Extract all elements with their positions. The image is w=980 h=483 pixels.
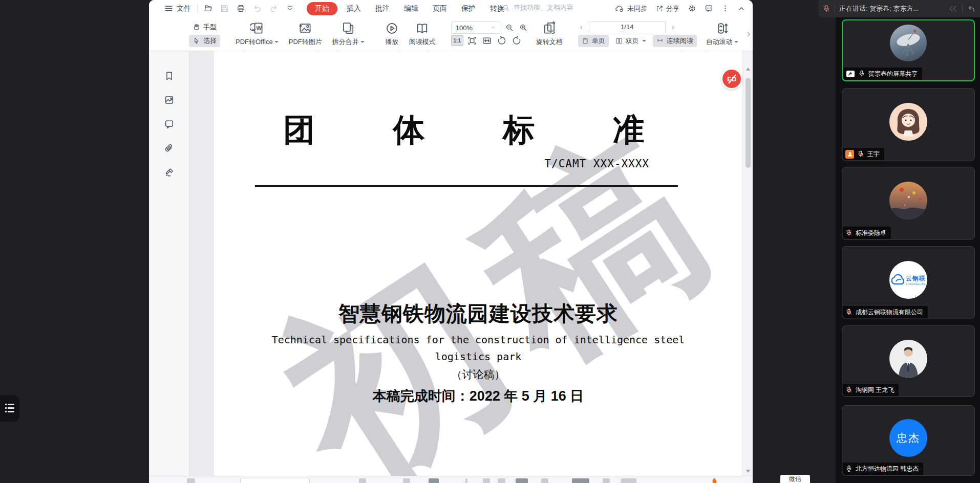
pdf-page[interactable]: 初稿 团 体 标 准 T/CAMT XXX-XXXX 智慧钢铁物流园建设技术要求… — [214, 51, 742, 476]
save-icon[interactable] — [220, 4, 229, 13]
participant-tile[interactable]: 王宇 — [842, 88, 975, 161]
host-icon — [845, 150, 854, 159]
participant-tile[interactable]: 忠杰 北方恒达物流园 韩忠杰 — [842, 405, 975, 476]
document-subtitle-en-1: Technical specifications for the constru… — [214, 334, 742, 346]
attachments-icon[interactable] — [164, 143, 175, 153]
previous-page-button[interactable]: ‹ — [578, 23, 585, 31]
settings-gear-icon[interactable] — [688, 4, 696, 13]
redo-icon[interactable] — [269, 4, 278, 13]
tab-page[interactable]: 页面 — [428, 2, 452, 15]
avatar-initials-text: 忠杰 — [897, 431, 920, 445]
scroll-up-arrow[interactable] — [746, 68, 750, 71]
play-label: 播放 — [385, 37, 398, 47]
file-menu-button[interactable]: 文件 — [164, 4, 191, 13]
open-folder-icon[interactable] — [204, 4, 212, 13]
hand-tool-button[interactable]: 手型 — [189, 21, 220, 33]
mic-muted-icon — [845, 386, 853, 393]
actual-size-button[interactable]: 1:1 — [451, 35, 463, 46]
search-input[interactable]: 查找功能、文档内容 — [502, 3, 597, 12]
zoom-out-icon[interactable] — [505, 24, 514, 32]
double-page-view-button[interactable]: 双页 — [612, 35, 650, 47]
participant-name: 贺宗春的屏幕共享 — [868, 70, 918, 78]
split-merge-button[interactable]: 拆分合并 — [327, 21, 370, 47]
reply-arrow-icon[interactable] — [967, 5, 976, 13]
comments-panel-icon[interactable] — [164, 119, 175, 129]
vertical-scrollbar[interactable] — [743, 51, 753, 476]
status-icon[interactable] — [541, 478, 548, 483]
auto-scroll-icon — [715, 21, 729, 35]
participant-tile[interactable]: 贺宗春的屏幕共享 — [842, 19, 975, 81]
document-header-title: 团 体 标 准 — [283, 108, 645, 151]
svg-text:W: W — [256, 25, 262, 31]
avatar — [890, 25, 927, 61]
status-icon[interactable] — [187, 478, 195, 483]
split-merge-icon — [341, 21, 355, 35]
floating-badge-icon[interactable]: ED — [721, 68, 742, 90]
status-search-input[interactable] — [240, 478, 310, 483]
tab-home[interactable]: 开始 — [307, 2, 337, 15]
play-button[interactable]: 播放 — [380, 21, 404, 47]
divider — [835, 5, 835, 13]
undo-icon[interactable] — [253, 4, 262, 13]
signature-icon[interactable] — [164, 167, 175, 178]
split-merge-label: 拆分合并 — [332, 37, 359, 47]
rotate-left-icon[interactable] — [496, 35, 508, 46]
fit-width-icon[interactable] — [481, 35, 493, 46]
draft-note: （讨论稿） — [214, 367, 742, 382]
share-button[interactable]: 分享 — [655, 4, 679, 13]
sync-status-button[interactable]: 未同步 — [615, 4, 647, 13]
scrollbar-thumb[interactable] — [745, 78, 751, 168]
next-page-button[interactable]: › — [670, 23, 676, 31]
read-mode-button[interactable]: 阅读模式 — [404, 21, 441, 47]
status-icon[interactable] — [429, 478, 439, 483]
pdf-to-office-button[interactable]: W PDF转Office — [230, 21, 284, 47]
customize-toolbar-chevron-icon[interactable] — [286, 4, 294, 13]
page-number-input[interactable]: 1/14 — [589, 21, 666, 33]
status-icon[interactable] — [498, 478, 505, 483]
tab-protect[interactable]: 保护 — [456, 2, 481, 15]
zoom-in-icon[interactable] — [519, 24, 528, 32]
auto-scroll-button[interactable]: 自动滚动 — [701, 21, 743, 47]
single-page-view-button[interactable]: 单页 — [578, 35, 609, 47]
status-icon[interactable] — [572, 478, 589, 483]
rotate-right-icon[interactable] — [510, 35, 523, 46]
status-icon[interactable] — [603, 478, 610, 483]
participant-name: 王宇 — [867, 150, 880, 159]
status-icon[interactable] — [359, 478, 366, 483]
divider — [197, 4, 198, 13]
pdf-to-image-button[interactable]: PDF转图片 — [284, 21, 327, 47]
man-portrait-avatar-image — [889, 340, 927, 378]
participant-tile[interactable]: 标准委陈卓 — [842, 167, 975, 240]
select-tool-button[interactable]: 选择 — [189, 35, 220, 47]
status-icon[interactable] — [483, 478, 490, 483]
rotate-document-button[interactable]: 旋转文档 — [531, 21, 568, 47]
participant-tile[interactable]: 淘钢网 王龙飞 — [842, 325, 975, 397]
print-icon[interactable] — [237, 4, 245, 13]
status-icon[interactable] — [516, 478, 528, 483]
thumbnail-list-toggle-button[interactable] — [0, 395, 19, 422]
zoom-level-select[interactable]: 100% — [451, 21, 500, 34]
tab-insert[interactable]: 插入 — [342, 2, 366, 15]
feedback-chat-icon[interactable] — [705, 4, 713, 13]
status-icon[interactable] — [465, 478, 467, 483]
wechat-taskbar-item[interactable]: 微信 — [780, 475, 810, 483]
ribbon-overflow-chevron-icon[interactable] — [745, 31, 752, 37]
fit-page-icon[interactable] — [466, 35, 478, 46]
scroll-down-arrow[interactable] — [746, 470, 750, 473]
double-chevron-left-icon[interactable] — [948, 5, 958, 13]
images-panel-icon[interactable] — [164, 95, 175, 105]
auto-scroll-label: 自动滚动 — [706, 37, 733, 47]
bookmarks-icon[interactable] — [164, 71, 175, 81]
participant-tile[interactable]: 云钢联 YUNGANGLIAN 成都云钢联物流有限公司 — [842, 246, 975, 319]
wps-pdf-window: 文件 开始 插入 批注 编辑 页面 保护 转换 查找功能、文档内容 — [149, 0, 753, 483]
status-icon[interactable] — [403, 478, 410, 483]
status-icon[interactable] — [621, 478, 636, 483]
tab-comment[interactable]: 批注 — [370, 2, 395, 15]
collapse-ribbon-chevron-icon[interactable] — [737, 5, 745, 13]
mic-muted-icon[interactable] — [822, 5, 830, 13]
more-options-kebab-icon[interactable] — [721, 5, 729, 12]
menu-bar: 文件 开始 插入 批注 编辑 页面 保护 转换 查找功能、文档内容 — [149, 0, 753, 17]
tab-edit[interactable]: 编辑 — [399, 2, 423, 15]
participant-label: 贺宗春的屏幕共享 — [843, 68, 922, 80]
continuous-view-button[interactable]: 连续阅读 — [653, 35, 697, 47]
